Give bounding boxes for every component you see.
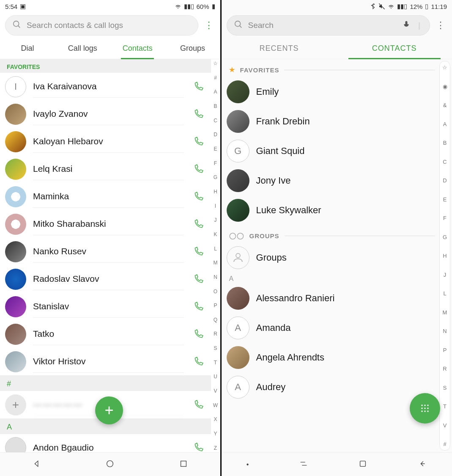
index-letter[interactable]: S [443,385,447,391]
index-letter[interactable]: V [443,423,447,428]
index-letter[interactable]: P [214,303,217,308]
contact-row[interactable]: Mitko Sharabanski [0,210,211,238]
index-letter[interactable]: F [214,161,217,166]
index-letter[interactable]: ☆ [442,65,447,70]
tab-recents[interactable]: RECENTS [222,38,337,59]
back-button[interactable] [418,459,427,470]
index-letter[interactable]: F [443,215,447,221]
more-button[interactable]: ⋮ [203,20,215,31]
contact-row[interactable]: Emily [222,77,443,107]
index-letter[interactable]: Q [214,317,217,322]
contact-row[interactable]: Radoslav Slavov [0,265,211,293]
contact-row[interactable]: Viktor Hristov [0,348,211,375]
contact-row[interactable]: Angela Ahrendts [222,343,443,372]
groups-row[interactable]: Groups [222,243,443,272]
contact-row[interactable]: Alessandro Ranieri [222,283,443,313]
index-letter[interactable]: Y [214,431,217,436]
back-button[interactable] [32,459,41,470]
index-letter[interactable]: D [214,132,217,137]
index-letter[interactable]: # [443,441,446,447]
call-button[interactable] [191,399,206,410]
contact-row[interactable]: Nanko Rusev [0,238,211,265]
call-button[interactable] [191,219,206,230]
recents-button[interactable] [179,459,188,470]
dialpad-fab[interactable] [410,393,440,424]
contact-row[interactable]: G Giant Squid [222,136,443,166]
contact-row[interactable]: Andon Bgaudio [0,434,211,452]
index-letter[interactable]: ◉ [443,84,447,89]
index-letter[interactable]: L [443,291,446,296]
call-button[interactable] [191,274,206,285]
index-letter[interactable]: T [443,404,447,409]
index-letter[interactable]: M [443,310,447,315]
index-letter[interactable]: P [443,347,447,353]
index-letter[interactable]: M [214,260,218,265]
index-letter[interactable]: H [214,189,217,194]
search-input[interactable]: Search | [227,15,430,36]
contact-row[interactable]: Ivaylo Zvanov [0,100,211,128]
call-button[interactable] [191,164,206,175]
call-button[interactable] [191,191,206,202]
index-letter[interactable]: E [443,197,447,202]
index-letter[interactable]: J [214,217,217,223]
call-button[interactable] [191,81,206,92]
index-letter[interactable]: U [214,374,217,379]
contact-row[interactable]: I Iva Karaivanova [0,73,211,100]
index-letter[interactable]: A [443,121,447,127]
index-letter[interactable]: E [214,146,217,151]
index-letter[interactable]: X [214,417,217,422]
contact-row[interactable]: Maminka [0,183,211,210]
index-letter[interactable]: R [443,366,447,371]
index-letter[interactable]: B [443,140,447,146]
index-letter[interactable]: V [214,388,217,393]
index-letter[interactable]: N [214,275,217,280]
tab-contacts[interactable]: Contacts [110,38,165,59]
index-letter[interactable]: B [214,104,217,109]
contact-row[interactable]: Lelq Krasi [0,155,211,183]
call-button[interactable] [191,301,206,312]
index-letter[interactable]: G [214,175,217,180]
home-button[interactable] [358,459,367,470]
index-letter[interactable]: J [444,272,447,278]
alpha-index[interactable]: ☆#ABCDEFGHIJKLMNOPQRSTUVWXYZ [212,61,219,451]
tab-dial[interactable]: Dial [0,38,55,59]
call-button[interactable] [191,329,206,340]
contact-row[interactable]: A Audrey [222,372,443,402]
index-letter[interactable]: R [214,331,217,336]
call-button[interactable] [191,246,206,257]
index-letter[interactable]: N [443,328,447,334]
index-letter[interactable]: A [214,89,217,94]
call-button[interactable] [191,442,206,452]
index-letter[interactable]: & [443,102,447,108]
recents-button[interactable] [299,459,308,470]
contact-row[interactable]: Tatko [0,320,211,348]
index-letter[interactable]: Z [214,446,217,451]
contact-row[interactable]: Luke Skywalker [222,195,443,225]
nav-dot[interactable]: • [247,461,249,468]
contact-row[interactable]: Frank Drebin [222,107,443,136]
index-letter[interactable]: G [443,234,447,240]
alpha-index[interactable]: ☆◉&ABCDEFGHJLMNPRSTV# [439,61,450,451]
index-letter[interactable]: H [443,253,447,259]
tab-call-logs[interactable]: Call logs [55,38,110,59]
contact-row[interactable]: Kaloyan Hlebarov [0,128,211,155]
contact-row[interactable]: A Amanda [222,313,443,343]
tab-groups[interactable]: Groups [165,38,220,59]
more-button[interactable]: ⋮ [434,20,447,31]
index-letter[interactable]: T [214,360,217,365]
index-letter[interactable]: W [213,403,218,408]
index-letter[interactable]: # [214,75,217,80]
call-button[interactable] [191,356,206,367]
contact-row[interactable]: Stanislav [0,293,211,320]
index-letter[interactable]: S [214,346,217,351]
index-letter[interactable]: ☆ [213,61,218,66]
home-button[interactable] [105,459,115,470]
index-letter[interactable]: C [214,118,217,123]
index-letter[interactable]: I [215,204,216,209]
add-contact-fab[interactable]: + [95,396,123,424]
index-letter[interactable]: L [214,246,217,251]
index-letter[interactable]: K [214,232,217,237]
contact-row[interactable]: Jony Ive [222,166,443,195]
index-letter[interactable]: C [443,159,447,165]
call-button[interactable] [191,136,206,147]
